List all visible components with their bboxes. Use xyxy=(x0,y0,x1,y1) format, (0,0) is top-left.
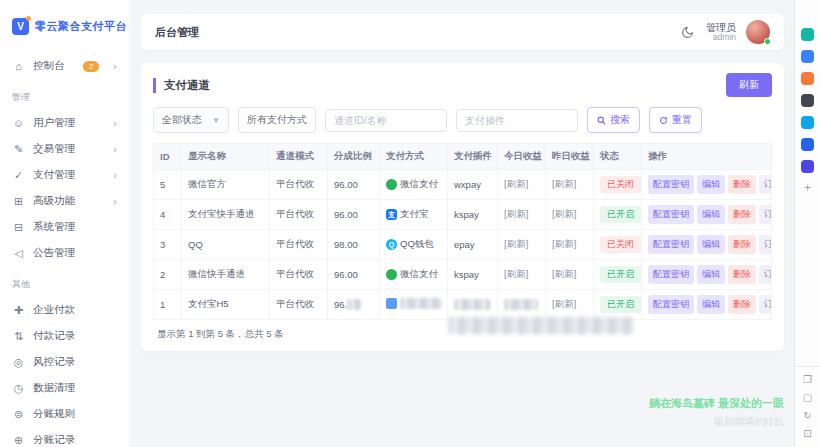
sidebar-item[interactable]: ◎ 风控记录 xyxy=(0,349,129,375)
channel-id-name-input[interactable] xyxy=(325,109,447,132)
edit-button[interactable]: 编辑 xyxy=(697,235,725,254)
history-icon[interactable]: ↻ xyxy=(803,411,811,421)
sidebar-item[interactable]: ⇅ 付款记录 xyxy=(0,323,129,349)
refresh-revenue-link[interactable]: [刷新] xyxy=(504,238,528,249)
delete-button[interactable]: 删除 xyxy=(728,235,756,254)
sidebar-item[interactable]: ⊜ 分账规则 xyxy=(0,401,129,427)
cell-id: 4 xyxy=(154,200,182,230)
reset-button[interactable]: 重置 xyxy=(649,107,702,133)
sidebar-item-dashboard[interactable]: ⌂ 控制台 2 › xyxy=(0,53,129,79)
online-status-dot xyxy=(764,38,771,45)
refresh-revenue-link[interactable]: [刷新] xyxy=(552,298,576,309)
sidebar-item[interactable]: ☺ 用户管理 › xyxy=(0,110,129,136)
cell-payment-plugin: kspay xyxy=(448,260,498,290)
refresh-revenue-link[interactable]: [刷新] xyxy=(504,268,528,279)
edit-button[interactable]: 编辑 xyxy=(697,295,725,314)
sliders-icon: ⇅ xyxy=(12,330,25,343)
sidebar-item-label: 分账规则 xyxy=(33,407,109,421)
chevron-right-icon: › xyxy=(113,60,117,72)
cell-split-ratio: 96.00 xyxy=(328,170,380,200)
cell-id: 2 xyxy=(154,260,182,290)
delete-button[interactable]: 删除 xyxy=(728,265,756,284)
users-icon: ☺ xyxy=(12,117,25,129)
configure-keys-button[interactable]: 配置密钥 xyxy=(648,175,694,194)
contacts-extension-icon[interactable] xyxy=(801,94,814,107)
panel-title: 支付通道 xyxy=(153,78,210,93)
wechat-pay-icon xyxy=(386,179,397,190)
compass-extension-icon[interactable] xyxy=(801,116,814,129)
sidebar-item-label: 公告管理 xyxy=(33,246,109,260)
payment-channel-panel: 支付通道 刷新 全部状态 ▼ 所有支付方式 搜索 xyxy=(141,63,784,351)
user-info[interactable]: 管理员 admin xyxy=(706,22,736,42)
plus-icon: ✚ xyxy=(12,304,25,317)
sidebar-item[interactable]: ✎ 交易管理 › xyxy=(0,136,129,162)
sidebar-item[interactable]: ◁ 公告管理 xyxy=(0,240,129,266)
refresh-revenue-link[interactable]: [刷新] xyxy=(552,208,576,219)
configure-keys-button[interactable]: 配置密钥 xyxy=(648,235,694,254)
main-content: 后台管理 管理员 admin 支付通道 刷新 全部状态 xyxy=(131,0,794,447)
chevron-right-icon: › xyxy=(113,169,117,181)
add-extension-button[interactable]: + xyxy=(804,182,811,194)
rules-icon: ⊜ xyxy=(12,408,25,421)
screenshot-icon[interactable]: ❐ xyxy=(803,375,812,385)
sidebar-item[interactable]: ⊞ 高级功能 › xyxy=(0,188,129,214)
cell-actions: 配置密钥编辑删除订单测试 xyxy=(642,170,772,200)
dark-mode-toggle[interactable] xyxy=(678,23,696,41)
sidebar-item[interactable]: ✚ 企业付款 xyxy=(0,297,129,323)
delete-button[interactable]: 删除 xyxy=(728,175,756,194)
sidebar-section-label: 管理 xyxy=(0,79,129,110)
order-button[interactable]: 订单 xyxy=(759,175,772,194)
cell-channel-mode: 平台代收 xyxy=(270,260,328,290)
sidebar-item[interactable]: ⊟ 系统管理 xyxy=(0,214,129,240)
column-header: 昨日收益 xyxy=(546,144,594,170)
mail-extension-icon[interactable] xyxy=(801,160,814,173)
sidebar-item[interactable]: ◷ 数据清理 xyxy=(0,375,129,401)
order-button[interactable]: 订单 xyxy=(759,265,772,284)
edit-button[interactable]: 编辑 xyxy=(697,205,725,224)
cell-today-revenue: [刷新] xyxy=(498,230,546,260)
refresh-revenue-link[interactable]: [刷新] xyxy=(552,238,576,249)
window-icon[interactable]: ▢ xyxy=(803,393,812,403)
qq-pay-icon: Q xyxy=(386,239,397,250)
censored-region xyxy=(448,317,633,334)
refresh-revenue-link[interactable]: [刷新] xyxy=(504,178,528,189)
docs-extension-icon[interactable] xyxy=(801,138,814,151)
configure-keys-button[interactable]: 配置密钥 xyxy=(648,265,694,284)
quark-extension-icon[interactable] xyxy=(801,28,814,41)
cell-payment-method: 微信支付 xyxy=(380,260,448,290)
folder-extension-icon[interactable] xyxy=(801,72,814,85)
refresh-revenue-link[interactable]: [刷新] xyxy=(504,208,528,219)
sidebar-item[interactable]: ⊕ 分账记录 xyxy=(0,427,129,447)
cell-display-name: QQ xyxy=(182,230,270,260)
order-button[interactable]: 订单 xyxy=(759,295,772,314)
settings-icon[interactable]: ⊡ xyxy=(803,429,811,439)
refresh-revenue-link[interactable]: [刷新] xyxy=(552,268,576,279)
sidebar-item-label: 分账记录 xyxy=(33,433,109,447)
order-button[interactable]: 订单 xyxy=(759,205,772,224)
clock-icon: ◷ xyxy=(12,382,25,395)
payment-plugin-input[interactable] xyxy=(456,109,578,132)
page-title: 后台管理 xyxy=(155,25,199,40)
payment-method-filter-select[interactable]: 所有支付方式 xyxy=(238,107,316,133)
cell-yesterday-revenue: [刷新] xyxy=(546,200,594,230)
cell-status: 已开启 xyxy=(594,200,642,230)
table-row: 5微信官方平台代收96.00微信支付wxpay[刷新][刷新]已关闭配置密钥编辑… xyxy=(154,170,772,200)
edit-button[interactable]: 编辑 xyxy=(697,175,725,194)
avatar[interactable] xyxy=(746,20,770,44)
status-filter-select[interactable]: 全部状态 ▼ xyxy=(153,107,229,133)
order-button[interactable]: 订单 xyxy=(759,235,772,254)
cell-yesterday-revenue: [刷新] xyxy=(546,260,594,290)
delete-button[interactable]: 删除 xyxy=(728,295,756,314)
chevron-right-icon: › xyxy=(113,117,117,129)
sidebar-item-label: 企业付款 xyxy=(33,303,109,317)
logo-icon: V xyxy=(12,18,29,35)
search-button[interactable]: 搜索 xyxy=(587,107,640,133)
refresh-button[interactable]: 刷新 xyxy=(726,73,772,97)
dolphin-extension-icon[interactable] xyxy=(801,50,814,63)
sidebar-item[interactable]: ✓ 支付管理 › xyxy=(0,162,129,188)
edit-button[interactable]: 编辑 xyxy=(697,265,725,284)
configure-keys-button[interactable]: 配置密钥 xyxy=(648,205,694,224)
configure-keys-button[interactable]: 配置密钥 xyxy=(648,295,694,314)
refresh-revenue-link[interactable]: [刷新] xyxy=(552,178,576,189)
delete-button[interactable]: 删除 xyxy=(728,205,756,224)
